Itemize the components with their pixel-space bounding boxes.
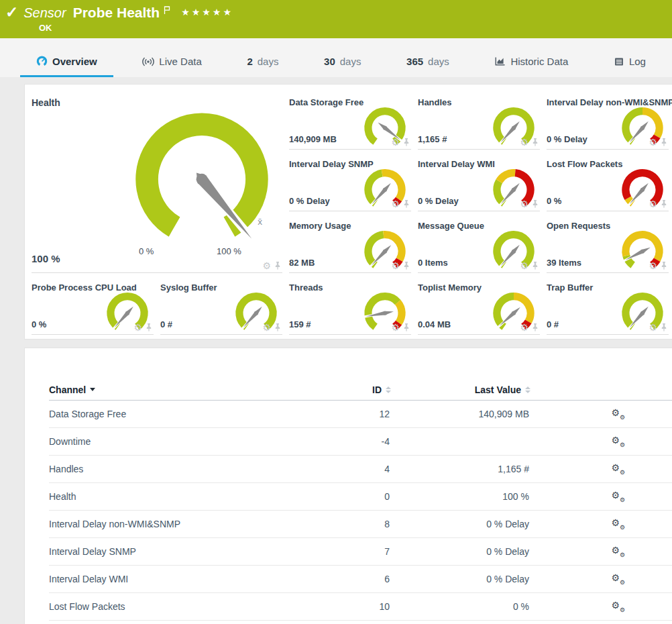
gauge-title: Open Requests bbox=[547, 221, 610, 231]
tab-30-days[interactable]: 30 days bbox=[308, 48, 377, 77]
channel-last-value: 0 % bbox=[391, 601, 530, 612]
gauge-value: 0 % bbox=[32, 319, 46, 329]
gauge-value: 82 MB bbox=[289, 258, 315, 268]
pin-icon[interactable] bbox=[146, 323, 152, 331]
channel-row[interactable]: Interval Delay SNMP 7 0 % Delay ⚙⚙ bbox=[49, 538, 672, 566]
object-type-label: Sensor bbox=[23, 3, 66, 22]
tab-365-days[interactable]: 365 days bbox=[390, 48, 465, 77]
gear-icon[interactable]: ⚙ bbox=[133, 323, 142, 332]
pin-icon[interactable] bbox=[661, 200, 667, 208]
pin-icon[interactable] bbox=[532, 200, 539, 208]
channel-table: Channel ID Last Value Data Storage Free … bbox=[49, 379, 672, 621]
column-header-id[interactable]: ID bbox=[311, 384, 391, 395]
pin-icon[interactable] bbox=[661, 262, 667, 270]
page-title: Probe Health bbox=[73, 3, 160, 22]
gauge-cell: Handles 1,165 # ⚙ bbox=[418, 97, 540, 150]
pin-icon[interactable] bbox=[532, 323, 539, 331]
tab-overview[interactable]: Overview bbox=[20, 48, 113, 77]
gauge-cell: Trap Buffer 0 # ⚙ bbox=[547, 282, 669, 335]
column-header-channel[interactable]: Channel bbox=[49, 384, 311, 395]
channel-last-value: 140,909 MB bbox=[391, 409, 530, 419]
gear-icon[interactable]: ⚙ bbox=[520, 199, 528, 209]
gauge-cell: Memory Usage 82 MB ⚙ bbox=[289, 220, 411, 273]
gear-icon[interactable]: ⚙ bbox=[649, 199, 657, 209]
gauge-value: 0 % Delay bbox=[547, 134, 587, 144]
channel-name: Interval Delay non-WMI&SNMP bbox=[49, 519, 311, 529]
gauge-title: Toplist Memory bbox=[418, 282, 482, 293]
channel-row[interactable]: Handles 4 1,165 # ⚙⚙ bbox=[49, 456, 672, 483]
gauge-scale-max: 100 % bbox=[217, 246, 241, 256]
gauge-title: Lost Flow Packets bbox=[547, 159, 622, 169]
channel-row[interactable]: Lost Flow Packets 10 0 % ⚙⚙ bbox=[49, 593, 672, 621]
gear-icon[interactable]: ⚙ bbox=[649, 138, 657, 147]
tab-strip: Overview Live Data 2 days 30 days 365 da… bbox=[0, 38, 672, 77]
gauge-value: 0.04 MB bbox=[418, 319, 451, 329]
pin-icon[interactable] bbox=[403, 262, 410, 270]
gauge-title: Syslog Buffer bbox=[160, 282, 217, 293]
pin-icon[interactable] bbox=[274, 262, 281, 270]
gauge-value: 100 % bbox=[32, 253, 60, 264]
pin-icon[interactable] bbox=[532, 262, 539, 270]
gauge-title: Message Queue bbox=[418, 221, 484, 231]
channel-name: Interval Delay SNMP bbox=[49, 546, 311, 557]
channel-id: -4 bbox=[311, 436, 391, 447]
gauge-cell: Lost Flow Packets 0 % ⚙ bbox=[547, 158, 669, 211]
channel-last-value: 0 % Delay bbox=[391, 519, 530, 529]
pin-icon[interactable] bbox=[403, 200, 410, 208]
gauge-value: 0 # bbox=[547, 319, 559, 329]
gear-icon[interactable]: ⚙ bbox=[391, 199, 400, 209]
pin-icon[interactable] bbox=[661, 138, 667, 146]
svg-text:x̄: x̄ bbox=[258, 217, 262, 227]
tab-live-data[interactable]: Live Data bbox=[126, 48, 217, 77]
pin-icon[interactable] bbox=[532, 138, 539, 146]
gauge-title: Trap Buffer bbox=[547, 282, 593, 293]
gauge-value: 39 Items bbox=[547, 258, 581, 268]
area-chart-icon bbox=[494, 56, 506, 67]
channel-row[interactable]: Data Storage Free 12 140,909 MB ⚙⚙ bbox=[49, 401, 672, 428]
health-gauge-dial: x̄ bbox=[131, 106, 272, 247]
tab-log[interactable]: Log bbox=[598, 48, 662, 77]
gauge-title: Data Storage Free bbox=[289, 97, 363, 107]
gauge-cell: Interval Delay WMI 0 % Delay ⚙ bbox=[418, 158, 540, 211]
pin-icon[interactable] bbox=[403, 323, 410, 331]
gauge-title: Interval Delay SNMP bbox=[289, 159, 374, 169]
channel-id: 4 bbox=[311, 464, 391, 474]
gear-icon[interactable]: ⚙ bbox=[520, 261, 528, 270]
channel-id: 10 bbox=[311, 601, 391, 612]
channel-id: 8 bbox=[311, 519, 391, 529]
gear-icon[interactable]: ⚙ bbox=[649, 323, 657, 332]
tab-2-days[interactable]: 2 days bbox=[231, 48, 294, 77]
channel-id: 6 bbox=[311, 574, 391, 584]
gear-icon[interactable]: ⚙ bbox=[649, 261, 657, 270]
channel-row[interactable]: Downtime -4 ⚙⚙ bbox=[49, 428, 672, 456]
pin-icon[interactable] bbox=[661, 323, 667, 331]
gauges-panel: Health x̄ 0 % 100 % 100 % ⚙ Data Storage… bbox=[24, 84, 672, 340]
channel-row[interactable]: Interval Delay WMI 6 0 % Delay ⚙⚙ bbox=[49, 566, 672, 593]
gauge-cell-health: Health x̄ 0 % 100 % 100 % ⚙ bbox=[32, 97, 282, 273]
priority-stars[interactable]: ★★★★★ bbox=[181, 7, 233, 17]
tab-historic-data[interactable]: Historic Data bbox=[478, 48, 584, 77]
gauge-cell: Threads 159 # ⚙ bbox=[289, 282, 411, 335]
gear-icon[interactable]: ⚙ bbox=[391, 138, 400, 147]
flag-icon[interactable] bbox=[163, 5, 170, 17]
channel-row[interactable]: Health 0 100 % ⚙⚙ bbox=[49, 483, 672, 511]
sort-toggle-icon bbox=[386, 386, 391, 393]
gear-icon[interactable]: ⚙ bbox=[520, 323, 528, 332]
gear-icon[interactable]: ⚙ bbox=[520, 138, 528, 147]
gauge-value: 1,165 # bbox=[418, 134, 447, 144]
gauge-cell: Data Storage Free 140,909 MB ⚙ bbox=[289, 97, 411, 150]
gear-icon[interactable]: ⚙ bbox=[391, 323, 400, 332]
gauge-value: 0 % Delay bbox=[418, 196, 459, 206]
gear-icon[interactable]: ⚙ bbox=[262, 261, 271, 270]
column-header-last-value[interactable]: Last Value bbox=[391, 384, 530, 395]
pin-icon[interactable] bbox=[403, 138, 410, 146]
gear-icon[interactable]: ⚙ bbox=[391, 261, 400, 270]
gauge-value: 0 # bbox=[160, 319, 172, 329]
gear-icon[interactable]: ⚙ bbox=[262, 323, 271, 332]
sort-toggle-icon bbox=[525, 386, 530, 393]
gauge-scale-min: 0 % bbox=[139, 246, 154, 256]
channel-last-value: 100 % bbox=[391, 491, 530, 502]
pin-icon[interactable] bbox=[274, 323, 281, 331]
channel-row[interactable]: Interval Delay non-WMI&SNMP 8 0 % Delay … bbox=[49, 511, 672, 538]
channel-name: Data Storage Free bbox=[49, 409, 311, 419]
